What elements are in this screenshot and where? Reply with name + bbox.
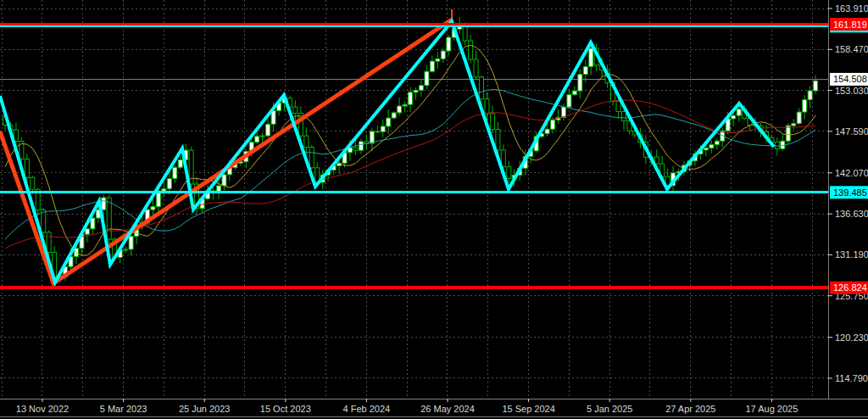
candle-body — [737, 109, 741, 116]
candle-body — [167, 179, 171, 189]
candle-body — [255, 137, 259, 142]
candle-body — [485, 99, 489, 114]
candle-body — [129, 237, 133, 249]
candle-body — [260, 136, 264, 137]
time-tick-label: 15 Oct 2023 — [260, 404, 311, 414]
candle-body — [107, 198, 111, 239]
candle-body — [304, 136, 309, 147]
candle-body — [102, 198, 106, 210]
price-highlight-label: 161.819 — [830, 18, 868, 31]
candle-body — [403, 104, 407, 106]
price-highlight-text: 126.824 — [833, 282, 867, 293]
candle-body — [704, 148, 708, 150]
candle-body — [376, 131, 380, 132]
time-tick-label: 15 Sep 2024 — [502, 404, 554, 414]
candle-body — [387, 118, 391, 126]
candle-body — [162, 189, 166, 192]
candle-body — [353, 148, 358, 150]
candle-body — [480, 77, 484, 99]
candle-body — [616, 101, 620, 111]
price-highlight-label: 139.485 — [830, 186, 868, 198]
price-tick-label: 158.470 — [835, 44, 868, 54]
time-tick-label: 13 Nov 2022 — [16, 404, 69, 414]
candle-body — [715, 141, 719, 144]
price-highlight-label: 126.824 — [830, 282, 868, 294]
candle-body — [507, 167, 511, 179]
time-tick-label: 17 Aug 2025 — [746, 404, 798, 414]
candle-body — [266, 124, 270, 136]
candle-body — [414, 90, 418, 92]
price-tick-label: 163.910 — [835, 3, 868, 14]
candle-body — [572, 91, 576, 95]
candle-body — [732, 115, 736, 119]
candle-body — [775, 142, 779, 148]
candle-body — [436, 59, 440, 61]
time-tick-label: 26 May 2024 — [420, 404, 475, 414]
price-tick-label: 136.630 — [835, 209, 868, 219]
price-chart-canvas[interactable]: 163.910158.470153.030147.590142.070136.6… — [0, 0, 868, 419]
candle-body — [589, 48, 593, 67]
candle-body — [545, 129, 549, 133]
candle-body — [124, 249, 128, 250]
candle-body — [567, 95, 571, 107]
candle-body — [419, 86, 423, 91]
time-tick-label: 25 Jun 2023 — [179, 404, 231, 414]
candle-body — [392, 113, 396, 118]
price-highlight-text: 161.819 — [833, 20, 867, 30]
candle-body — [398, 106, 402, 113]
candle-body — [814, 81, 818, 91]
candle-body — [85, 229, 89, 234]
time-tick-label: 5 Jan 2025 — [587, 404, 632, 414]
candle-body — [621, 112, 626, 121]
candle-body — [447, 37, 451, 51]
candle-body — [490, 114, 494, 130]
candle-body — [583, 67, 587, 75]
candle-body — [578, 75, 582, 91]
candle-body — [359, 142, 363, 150]
candle-body — [441, 51, 445, 59]
price-tick-label: 147.590 — [835, 126, 868, 137]
candle-body — [25, 159, 29, 177]
time-tick-label: 27 Apr 2025 — [665, 404, 715, 414]
candle-body — [178, 159, 182, 167]
candle-body — [370, 131, 374, 143]
trading-chart-window: 163.910158.470153.030147.590142.070136.6… — [0, 0, 868, 419]
candle-body — [792, 124, 796, 126]
price-tick-label: 131.190 — [835, 249, 868, 260]
candle-body — [496, 130, 500, 150]
time-tick-label: 5 Mar 2023 — [100, 404, 147, 414]
candle-body — [786, 126, 790, 141]
candle-body — [151, 207, 155, 210]
candle-body — [803, 100, 807, 112]
price-tick-label: 142.070 — [835, 168, 868, 178]
candle-body — [409, 92, 413, 104]
candle-body — [173, 167, 177, 178]
candle-body — [425, 71, 429, 86]
candle-body — [222, 175, 226, 186]
candle-body — [474, 59, 478, 77]
candle-body — [293, 107, 298, 113]
candle-body — [797, 112, 801, 124]
candle-body — [469, 41, 473, 59]
candle-body — [430, 61, 434, 71]
price-highlight-label: 154.508 — [830, 73, 868, 86]
candle-body — [31, 177, 35, 189]
price-highlight-text: 154.508 — [833, 74, 867, 84]
candle-body — [91, 218, 95, 229]
candle-body — [309, 147, 314, 167]
time-tick-label: 4 Feb 2024 — [343, 404, 391, 414]
candle-body — [47, 232, 51, 252]
candle-body — [42, 210, 46, 232]
price-tick-label: 120.230 — [835, 332, 868, 343]
candle-body — [709, 144, 714, 148]
price-highlight-text: 139.485 — [833, 187, 867, 198]
candle-body — [381, 126, 385, 131]
candle-body — [551, 120, 555, 129]
candle-body — [808, 91, 812, 100]
price-tick-label: 114.790 — [835, 373, 868, 383]
price-tick-label: 153.030 — [835, 86, 868, 96]
